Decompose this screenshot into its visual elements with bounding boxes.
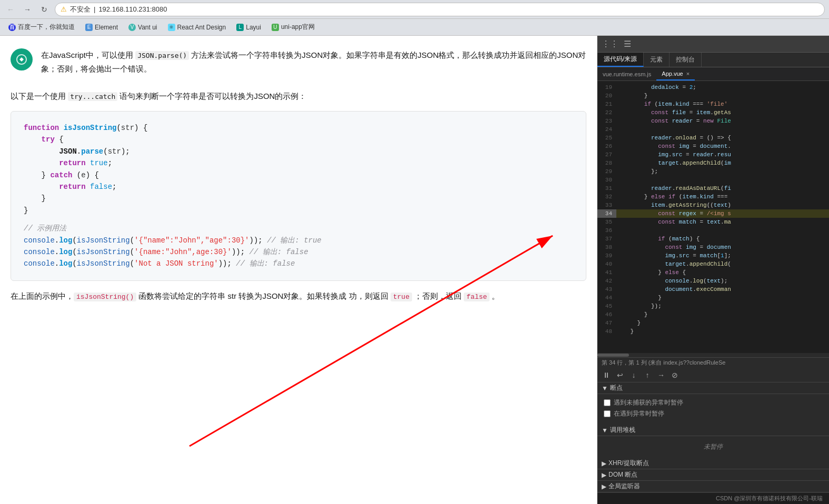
call-stack-content: 未暂停	[597, 436, 829, 458]
code-viewer-line-19: 19 dedalock = 2;	[597, 83, 829, 92]
code-viewer-line-28: 28 target.appendChild(im	[597, 159, 829, 167]
devtools-icon-1[interactable]: ⋮⋮	[602, 39, 618, 49]
step-into-button[interactable]: ↓	[629, 370, 638, 380]
code-viewer-line-23: 23 const reader = new File	[597, 117, 829, 125]
call-stack-label: 调用堆栈	[610, 426, 635, 435]
code-block: function isJsonString(str) { try { JSON.…	[11, 111, 586, 281]
chat-response: 在JavaScript中，可以使用 JSON.parse() 方法来尝试将一个字…	[0, 36, 597, 314]
code-viewer-line-39: 39 img.src = match[1];	[597, 251, 829, 260]
code-viewer-line-43: 43 document.execComman	[597, 285, 829, 294]
forward-button[interactable]: →	[21, 3, 34, 16]
chevron-down-icon: ▼	[602, 385, 608, 392]
code-line-5: } catch (e) {	[24, 169, 573, 181]
code-viewer-line-37: 37 if (match) {	[597, 235, 829, 243]
bookmark-baidu[interactable]: 百 百度一下，你就知道	[4, 21, 79, 34]
bookmark-react[interactable]: ⚛ React Ant Design	[164, 22, 231, 33]
react-icon: ⚛	[168, 24, 175, 31]
address-separator: |	[94, 5, 95, 13]
chevron-right-icon-2: ▶	[602, 471, 606, 479]
code-viewer-line-31: 31 reader.readAsDataURL(fi	[597, 184, 829, 193]
caught-exceptions-checkbox[interactable]	[604, 410, 611, 417]
devtools-panel: ⋮⋮ ☰ 源代码/来源 元素 控制台 vue.runtime.esm.j	[597, 36, 829, 504]
pause-button[interactable]: ⏸	[602, 370, 611, 380]
bookmark-uniapp-label: uni-app官网	[281, 23, 315, 32]
uncaught-exceptions-checkbox[interactable]	[604, 399, 611, 406]
uniapp-icon: U	[272, 24, 279, 31]
bookmark-vant[interactable]: V Vant ui	[124, 22, 161, 33]
code-viewer-line-20: 20 }	[597, 92, 829, 100]
chat-intro-paragraph: 在JavaScript中，可以使用 JSON.parse() 方法来尝试将一个字…	[41, 48, 586, 82]
bookmark-baidu-label: 百度一下，你就知道	[18, 23, 75, 32]
xhr-section-header[interactable]: ▶ XHR/提取断点	[597, 458, 829, 469]
tab-elements[interactable]: 元素	[644, 53, 670, 67]
code-viewer-line-44: 44 }	[597, 294, 829, 302]
footer-bar: CSDN @深圳市有德诺科技有限公司-联瑞	[597, 492, 829, 504]
back-button[interactable]: ←	[4, 3, 17, 16]
breakpoints-section-header[interactable]: ▼ 断点	[597, 382, 829, 394]
bookmark-react-label: React Ant Design	[177, 24, 226, 31]
warning-icon: ⚠	[61, 5, 67, 13]
scrollbar-thumb[interactable]	[597, 354, 629, 357]
step-over-button[interactable]: ↩	[615, 370, 625, 380]
uncaught-exceptions-label: 遇到未捕获的异常时暂停	[614, 398, 683, 407]
tab-console[interactable]: 控制台	[670, 53, 702, 67]
bookmark-uniapp[interactable]: U uni-app官网	[267, 21, 319, 34]
element-icon: E	[85, 24, 93, 31]
main-content-area: 在JavaScript中，可以使用 JSON.parse() 方法来尝试将一个字…	[0, 36, 829, 504]
devtools-icon-2[interactable]: ☰	[624, 39, 631, 49]
chat-message-header: 在JavaScript中，可以使用 JSON.parse() 方法来尝试将一个字…	[11, 48, 586, 82]
code-viewer-line-27: 27 img.src = reader.resu	[597, 150, 829, 159]
code-console-1: console.log(isJsonString('{"name":"John"…	[24, 235, 573, 246]
webpage-panel: 在JavaScript中，可以使用 JSON.parse() 方法来尝试将一个字…	[0, 36, 597, 504]
caught-exceptions-label: 在遇到异常时暂停	[614, 409, 664, 418]
bookmark-layui-label: Layui	[246, 24, 261, 31]
code-console-3: console.log(isJsonString('Not a JSON str…	[24, 258, 573, 269]
vant-icon: V	[128, 24, 136, 31]
code-line-1: function isJsonString(str) {	[24, 122, 573, 134]
code-line-4: return true;	[24, 157, 573, 169]
code-viewer-line-21: 21 if (item.kind === 'file'	[597, 100, 829, 108]
sub-tab-vue-runtime[interactable]: vue.runtime.esm.js	[597, 67, 656, 80]
caught-checkbox-row: 在遇到异常时暂停	[604, 409, 823, 418]
code-viewer-line-40: 40 target.appendChild(	[597, 260, 829, 268]
sub-tab-app-vue[interactable]: App.vue ×	[656, 67, 695, 80]
chevron-down-icon-2: ▼	[602, 427, 608, 434]
code-viewer-line-32: 32 } else if (item.kind ===	[597, 193, 829, 201]
ai-avatar	[11, 48, 33, 70]
dom-section-header[interactable]: ▶ DOM 断点	[597, 469, 829, 481]
csdn-footer-text: CSDN @深圳市有德诺科技有限公司-联瑞	[716, 495, 823, 502]
step-out-button[interactable]: ↑	[643, 370, 652, 380]
code-viewer-line-29: 29 };	[597, 167, 829, 176]
devtools-toolbar: ⋮⋮ ☰	[597, 36, 829, 53]
code-comment: // 示例用法	[24, 223, 573, 234]
navigation-bar: ← → ↻ ⚠ 不安全 | 192.168.110.231:8080	[0, 0, 829, 19]
bookmarks-bar: 百 百度一下，你就知道 E Element V Vant ui ⚛ React …	[0, 19, 829, 36]
step-button[interactable]: →	[656, 370, 666, 380]
url-text: 192.168.110.231:8080	[98, 5, 167, 13]
bookmark-element[interactable]: E Element	[81, 22, 122, 33]
not-paused-text: 未暂停	[604, 440, 823, 453]
chevron-right-icon-3: ▶	[602, 483, 606, 490]
code-viewer-line-47: 47 }	[597, 319, 829, 327]
code-viewer-line-25: 25 reader.onload = () => {	[597, 134, 829, 142]
uncaught-checkbox-row: 遇到未捕获的异常时暂停	[604, 398, 823, 407]
code-line-7: }	[24, 193, 573, 204]
code-viewer-line-24: 24	[597, 125, 829, 134]
devtools-main-tabs: 源代码/来源 元素 控制台	[597, 53, 829, 67]
dom-breakpoints-label: DOM 断点	[608, 470, 637, 479]
bookmark-layui[interactable]: L Layui	[232, 22, 265, 33]
global-listeners-section-header[interactable]: ▶ 全局监听器	[597, 481, 829, 492]
chevron-right-icon: ▶	[602, 460, 606, 467]
tab-source[interactable]: 源代码/来源	[597, 53, 644, 67]
status-position: 第 34 行，第 1 列 (来自 index.js??clonedRuleSe	[602, 359, 725, 367]
baidu-icon: 百	[8, 24, 16, 31]
deactivate-breakpoints-button[interactable]: ⊘	[670, 370, 680, 380]
refresh-button[interactable]: ↻	[38, 3, 51, 16]
code-viewer-line-41: 41 } else {	[597, 268, 829, 277]
address-bar[interactable]: ⚠ 不安全 | 192.168.110.231:8080	[55, 3, 825, 16]
code-viewer-line-36: 36	[597, 226, 829, 235]
horizontal-scrollbar[interactable]	[597, 353, 829, 357]
sub-tab-close[interactable]: ×	[686, 70, 690, 77]
call-stack-section-header[interactable]: ▼ 调用堆栈	[597, 425, 829, 436]
devtools-sub-tabs: vue.runtime.esm.js App.vue ×	[597, 67, 829, 81]
